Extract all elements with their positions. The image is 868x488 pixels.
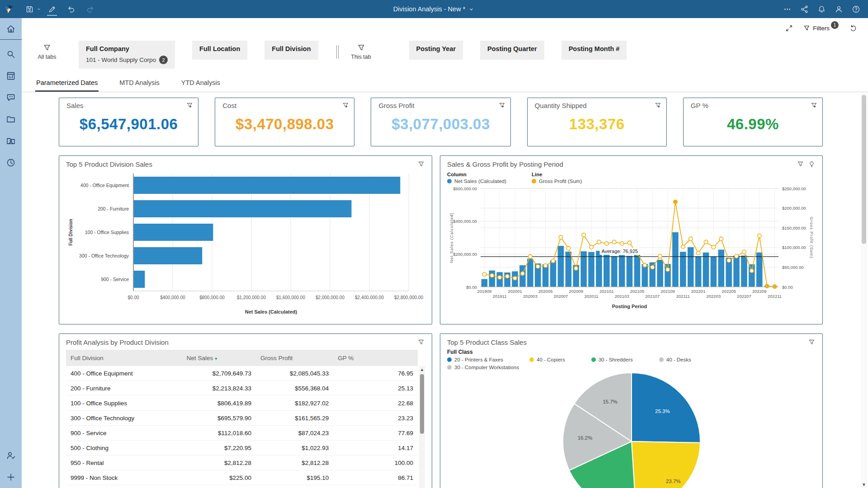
filter-pill-full-division[interactable]: Full Division bbox=[264, 41, 318, 60]
funnel-icon[interactable] bbox=[797, 160, 804, 168]
legend-item[interactable]: Net Sales (Calculated) bbox=[447, 178, 506, 184]
svg-text:202105: 202105 bbox=[630, 289, 645, 294]
table-row[interactable]: 900 - Service$112,018.60$87,024.2377.69 bbox=[66, 426, 418, 441]
sidebar-item-assistant[interactable] bbox=[0, 87, 22, 108]
tab-parameterized-dates[interactable]: Parameterized Dates bbox=[35, 76, 99, 92]
table-row[interactable]: 100 - Office Supplies$806,419.89$182,927… bbox=[66, 396, 418, 411]
chevron-down-icon[interactable] bbox=[468, 6, 475, 13]
clock-icon bbox=[6, 158, 16, 168]
scrollbar-thumb[interactable] bbox=[420, 374, 424, 434]
filter-pill-posting-quarter[interactable]: Posting Quarter bbox=[480, 41, 544, 60]
undo-button[interactable] bbox=[62, 0, 80, 18]
this-tab-filter[interactable]: This tab bbox=[345, 41, 377, 60]
save-button[interactable] bbox=[21, 0, 38, 18]
sidebar-item-my-content[interactable] bbox=[0, 108, 22, 130]
chart-title: Top 5 Product Division Sales bbox=[66, 160, 152, 168]
sidebar-item-content[interactable] bbox=[0, 65, 22, 87]
column-header-gross-profit[interactable]: Gross Profit bbox=[256, 355, 333, 361]
funnel-icon[interactable] bbox=[498, 102, 506, 109]
dashboard-title-bar[interactable]: Division Analysis - New * bbox=[0, 0, 868, 18]
undo-icon bbox=[67, 5, 75, 14]
kpi-card-gross-profit[interactable]: Gross Profit$3,077,003.03 bbox=[371, 98, 510, 146]
legend-item-20-printers-faxes[interactable]: 20 - Printers & Faxes bbox=[447, 357, 503, 362]
legend-item-40-desks[interactable]: 40 - Desks bbox=[659, 357, 691, 362]
funnel-icon[interactable] bbox=[810, 102, 818, 109]
filter-splitter-handle[interactable] bbox=[336, 45, 339, 59]
all-tabs-filter[interactable]: All tabs bbox=[31, 41, 63, 60]
table-cell: $556,368.04 bbox=[256, 385, 333, 392]
filter-pill-full-location[interactable]: Full Location bbox=[192, 41, 247, 60]
filter-pill-full-company[interactable]: Full Company101 - World Supply Corpo2 bbox=[79, 41, 175, 69]
sidebar-item-home[interactable] bbox=[0, 18, 22, 40]
sidebar-item-subscriptions[interactable] bbox=[0, 445, 22, 466]
expand-button[interactable] bbox=[783, 23, 796, 34]
pill-value: 101 - World Supply Corpo2 bbox=[86, 56, 168, 64]
table-scrollbar[interactable]: ▲ bbox=[419, 366, 425, 488]
pie-chart[interactable]: 25.3%23.7%16.2%15.7% bbox=[447, 370, 816, 488]
share-button[interactable] bbox=[796, 0, 813, 18]
bar-chart[interactable]: 400 - Office Equipment200 - Furniture100… bbox=[66, 168, 425, 319]
legend-item-30-computer-workstations[interactable]: 30 - Computer Workstations bbox=[447, 365, 519, 370]
scroll-up-arrow[interactable]: ▲ bbox=[419, 366, 425, 373]
column-header-full-division[interactable]: Full Division bbox=[66, 355, 182, 361]
table-row[interactable]: 300 - Office Technology$695,579.90$161,5… bbox=[66, 411, 418, 426]
funnel-icon[interactable] bbox=[342, 102, 349, 109]
reset-dashboard-button[interactable] bbox=[847, 23, 860, 34]
funnel-icon[interactable] bbox=[417, 338, 425, 346]
table-row[interactable]: 9999 - Non Stock$225.00$195.1086.71 bbox=[66, 470, 418, 485]
svg-text:300 - Office Technology: 300 - Office Technology bbox=[79, 253, 129, 258]
table-row[interactable]: 950 - Rental$2,812.28$2,812.28100.00 bbox=[66, 455, 418, 470]
sidebar-item-recent[interactable] bbox=[0, 152, 22, 174]
pie-chart-legend: 20 - Printers & Faxes40 - Copiers30 - Sh… bbox=[447, 357, 736, 370]
card-profit-analysis-table[interactable]: Profit Analysis by Product Division Full… bbox=[59, 333, 432, 488]
svg-text:$400,000.00: $400,000.00 bbox=[160, 295, 185, 300]
tab-mtd-analysis[interactable]: MTD Analysis bbox=[118, 76, 160, 92]
tab-ytd-analysis[interactable]: YTD Analysis bbox=[180, 76, 221, 92]
profit-table: Full DivisionNet Sales▾Gross ProfitGP %4… bbox=[66, 350, 425, 485]
funnel-icon[interactable] bbox=[186, 102, 193, 109]
kpi-card-quantity-shipped[interactable]: Quantity Shipped133,376 bbox=[527, 98, 667, 146]
sidebar-item-search[interactable] bbox=[0, 43, 22, 65]
legend-dot bbox=[447, 365, 452, 370]
help-button[interactable] bbox=[847, 0, 864, 18]
legend-item-30-shredders[interactable]: 30 - Shredders bbox=[591, 357, 633, 362]
funnel-icon[interactable] bbox=[654, 102, 662, 109]
filter-pill-posting-month[interactable]: Posting Month # bbox=[561, 41, 627, 60]
pill-label: Full Company bbox=[86, 45, 168, 52]
redo-button[interactable] bbox=[81, 0, 99, 18]
scroll-down-arrow[interactable]: ▼ bbox=[861, 482, 867, 487]
sidebar-item-team-content[interactable] bbox=[0, 130, 22, 152]
svg-text:202109: 202109 bbox=[660, 289, 675, 294]
table-row[interactable]: 400 - Office Equipment$2,709,649.73$2,08… bbox=[66, 366, 418, 381]
svg-text:202011: 202011 bbox=[585, 294, 599, 299]
legend-item[interactable]: Gross Profit (Sum) bbox=[532, 178, 582, 184]
card-top5-division-sales[interactable]: Top 5 Product Division Sales 400 - Offic… bbox=[59, 155, 432, 324]
combo-chart[interactable]: Average: 76,925$0.00$200,000.00$400,000.… bbox=[447, 184, 816, 312]
column-header-net-sales[interactable]: Net Sales▾ bbox=[182, 355, 256, 361]
sidebar-item-new[interactable] bbox=[0, 466, 22, 488]
notifications-button[interactable] bbox=[813, 0, 830, 18]
svg-text:$600,000.00: $600,000.00 bbox=[453, 186, 477, 191]
edit-button[interactable] bbox=[43, 0, 61, 18]
table-cell: 400 - Office Equipment bbox=[66, 370, 182, 377]
card-top5-class-sales[interactable]: Top 5 Product Class Sales Full Class 20 … bbox=[440, 333, 823, 488]
top-app-bar: Division Analysis - New * bbox=[0, 0, 868, 18]
more-options-button[interactable] bbox=[778, 0, 796, 18]
lightbulb-icon[interactable] bbox=[808, 160, 816, 168]
left-nav-sidebar bbox=[0, 18, 22, 488]
scrollbar-thumb[interactable] bbox=[862, 95, 866, 244]
main-scrollbar[interactable]: ▼ bbox=[861, 94, 867, 488]
funnel-icon[interactable] bbox=[808, 338, 816, 346]
card-sales-gp-by-period[interactable]: Sales & Gross Profit by Posting Period C… bbox=[440, 155, 823, 324]
table-row[interactable]: 200 - Furniture$2,213,824.33$556,368.042… bbox=[66, 381, 418, 396]
column-header-gp[interactable]: GP % bbox=[333, 355, 418, 361]
funnel-icon[interactable] bbox=[417, 160, 425, 168]
kpi-card-sales[interactable]: Sales$6,547,901.06 bbox=[59, 98, 198, 146]
kpi-card-cost[interactable]: Cost$3,470,898.03 bbox=[215, 98, 354, 146]
table-row[interactable]: 500 - Clothing$7,220.95$1,022.9314.17 bbox=[66, 441, 418, 455]
filter-pill-posting-year[interactable]: Posting Year bbox=[409, 41, 463, 60]
kpi-card-gp[interactable]: GP %46.99% bbox=[683, 98, 823, 146]
legend-item-40-copiers[interactable]: 40 - Copiers bbox=[529, 357, 565, 362]
filters-button[interactable]: Filters 1 bbox=[800, 23, 842, 34]
account-button[interactable] bbox=[830, 0, 847, 18]
